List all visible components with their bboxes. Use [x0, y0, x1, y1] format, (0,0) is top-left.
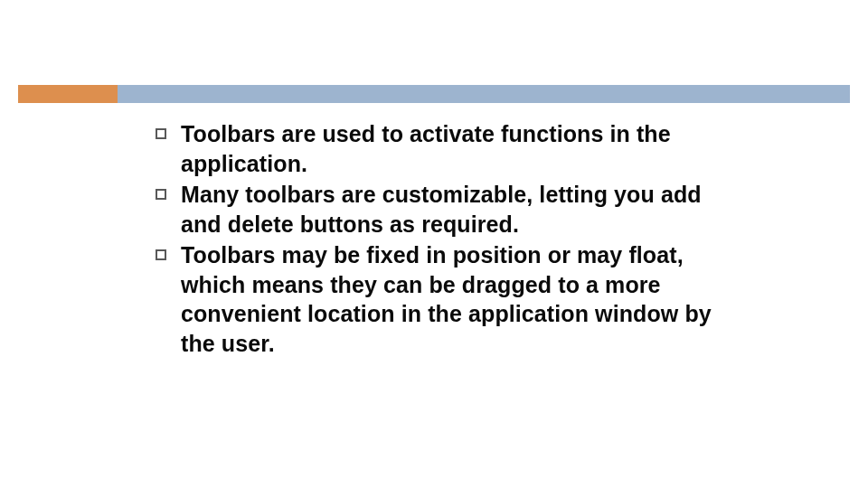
square-bullet-icon: [156, 249, 166, 260]
list-item-text: Toolbars are used to activate functions …: [181, 119, 723, 178]
list-item: Toolbars may be fixed in position or may…: [156, 240, 723, 358]
slide: Toolbars are used to activate functions …: [0, 0, 868, 488]
list-item: Toolbars are used to activate functions …: [156, 119, 723, 178]
square-bullet-icon: [156, 128, 166, 139]
header-bar-orange-accent: [18, 85, 118, 103]
bullet-list: Toolbars are used to activate functions …: [156, 119, 723, 360]
square-bullet-icon: [156, 189, 166, 200]
list-item-text: Toolbars may be fixed in position or may…: [181, 240, 723, 358]
header-bar-blue: [18, 85, 850, 103]
list-item-text: Many toolbars are customizable, letting …: [181, 180, 723, 239]
list-item: Many toolbars are customizable, letting …: [156, 180, 723, 239]
